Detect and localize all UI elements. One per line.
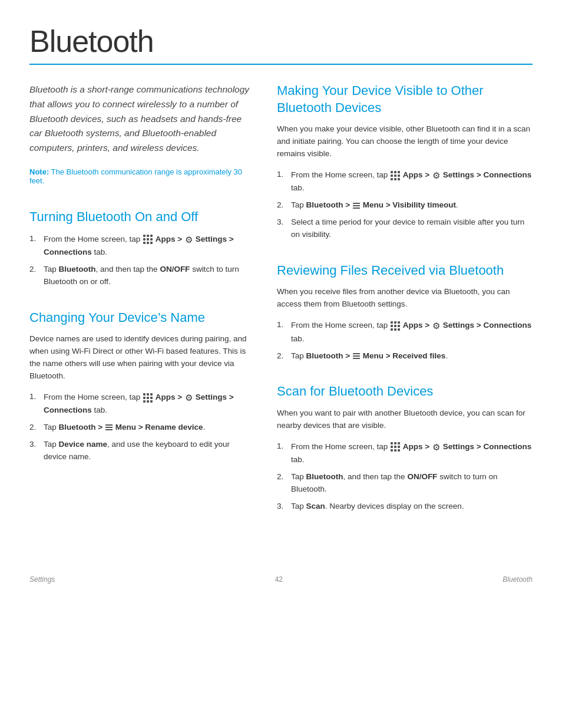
turning-step-2: 2. Tap Bluetooth, and then tap the ON/OF…: [29, 263, 253, 288]
menu-icon: [105, 424, 113, 430]
step-num: 2.: [277, 350, 283, 363]
step-content: Tap Scan. Nearby devices display on the …: [289, 500, 533, 513]
step-content: Tap Bluetooth > Menu > Visibility timeou…: [289, 199, 533, 212]
step-content: Tap Bluetooth > Menu > Rename device.: [41, 421, 253, 434]
footer-left: Settings: [29, 575, 55, 584]
section-reviewing-title: Reviewing Files Received via Bluetooth: [277, 262, 533, 279]
section-changing-title: Changing Your Device’s Name: [29, 309, 253, 327]
scan-step-3: 3. Tap Scan. Nearby devices display on t…: [277, 500, 533, 513]
visible-step-1: 1. From the Home screen, tap Apps > ⚙ Se…: [277, 169, 533, 195]
settings-icon: ⚙: [432, 169, 440, 182]
apps-icon: [143, 235, 153, 244]
step-content: From the Home screen, tap Apps > ⚙ Setti…: [289, 319, 533, 345]
bold-device-name: Device name: [59, 440, 108, 449]
settings-icon: ⚙: [185, 233, 193, 246]
turning-steps-list: 1. From the Home screen, tap Apps > ⚙ Se…: [29, 233, 253, 288]
changing-body: Device names are used to identify device…: [29, 333, 253, 383]
apps-icon: [391, 171, 400, 180]
visible-step-2: 2. Tap Bluetooth > Menu > Visibility tim…: [277, 199, 533, 212]
changing-step-2: 2. Tap Bluetooth > Menu > Rename device.: [29, 421, 253, 434]
step-num: 2.: [277, 199, 283, 212]
intro-text: Bluetooth is a short-range communication…: [29, 83, 253, 156]
settings-icon: ⚙: [432, 440, 440, 454]
bold-settings: Settings > Connections: [44, 235, 234, 256]
bold-received: Menu > Received files: [363, 351, 446, 360]
section-reviewing-files: Reviewing Files Received via Bluetooth W…: [277, 262, 533, 363]
page-footer: Settings 42 Bluetooth: [29, 569, 533, 584]
title-divider: [29, 64, 533, 65]
note-paragraph: Note: The Bluetooth communication range …: [29, 167, 253, 185]
reviewing-body: When you receive files from another devi…: [277, 286, 533, 311]
step-num: 1.: [277, 440, 283, 453]
bold-apps: Apps >: [403, 442, 429, 451]
bold-apps: Apps >: [156, 235, 182, 243]
apps-icon: [391, 442, 400, 452]
bold-scan: Scan: [306, 502, 325, 510]
step-content: From the Home screen, tap Apps > ⚙ Setti…: [289, 440, 533, 466]
bold-visibility: Menu > Visibility timeout: [363, 200, 456, 209]
bold-apps: Apps >: [403, 170, 429, 179]
bold-apps: Apps >: [156, 393, 182, 401]
scan-steps-list: 1. From the Home screen, tap Apps > ⚙ Se…: [277, 440, 533, 513]
visible-step-3: 3. Select a time period for your device …: [277, 216, 533, 241]
bold-bluetooth: Bluetooth: [306, 472, 343, 481]
turning-step-1: 1. From the Home screen, tap Apps > ⚙ Se…: [29, 233, 253, 259]
step-content: From the Home screen, tap Apps > ⚙ Setti…: [289, 169, 533, 195]
section-changing-name: Changing Your Device’s Name Device names…: [29, 309, 253, 463]
footer-center: 42: [275, 575, 283, 584]
reviewing-steps-list: 1. From the Home screen, tap Apps > ⚙ Se…: [277, 319, 533, 362]
bold-onoff: ON/OFF: [160, 265, 190, 274]
menu-icon: [353, 203, 360, 209]
bold-onoff: ON/OFF: [407, 472, 437, 481]
step-content: From the Home screen, tap Apps > ⚙ Setti…: [41, 391, 253, 417]
step-content: From the Home screen, tap Apps > ⚙ Setti…: [41, 233, 253, 259]
visible-body: When you make your device visible, other…: [277, 123, 533, 160]
section-scan: Scan for Bluetooth Devices When you want…: [277, 383, 533, 512]
step-content: Tap Bluetooth > Menu > Received files.: [289, 350, 533, 363]
section-turning-on-off: Turning Bluetooth On and Off 1. From the…: [29, 209, 253, 288]
bold-rename: Menu > Rename device: [115, 423, 203, 431]
scan-step-2: 2. Tap Bluetooth, and then tap the ON/OF…: [277, 471, 533, 496]
step-content: Tap Bluetooth, and then tap the ON/OFF s…: [289, 471, 533, 496]
step-num: 2.: [29, 421, 36, 434]
bold-bluetooth: Bluetooth >: [306, 351, 351, 360]
step-content: Select a time period for your device to …: [289, 216, 533, 241]
changing-step-1: 1. From the Home screen, tap Apps > ⚙ Se…: [29, 391, 253, 417]
note-label: Note:: [29, 167, 49, 176]
bold-settings: Settings > Connections: [443, 170, 531, 179]
page-title: Bluetooth: [29, 24, 533, 59]
step-num: 1.: [29, 391, 36, 403]
section-turning-title: Turning Bluetooth On and Off: [29, 209, 253, 226]
section-visible-title: Making Your Device Visible to Other Blue…: [277, 83, 533, 116]
apps-icon: [391, 321, 400, 331]
step-num: 1.: [277, 319, 283, 331]
bold-settings: Settings > Connections: [443, 321, 531, 330]
bold-apps: Apps >: [403, 321, 429, 330]
settings-icon: ⚙: [432, 319, 440, 332]
step-num: 2.: [277, 471, 283, 483]
step-content: Tap Bluetooth, and then tap the ON/OFF s…: [41, 263, 253, 288]
menu-icon: [353, 353, 360, 359]
bold-settings: Settings > Connections: [443, 442, 531, 451]
step-num: 3.: [29, 439, 36, 451]
step-num: 1.: [29, 233, 36, 245]
bold-bluetooth: Bluetooth: [59, 265, 96, 274]
reviewing-step-1: 1. From the Home screen, tap Apps > ⚙ Se…: [277, 319, 533, 345]
main-content: Bluetooth is a short-range communication…: [29, 83, 533, 534]
step-num: 3.: [277, 216, 283, 229]
right-column: Making Your Device Visible to Other Blue…: [277, 83, 533, 534]
left-column: Bluetooth is a short-range communication…: [29, 83, 253, 534]
bold-bluetooth: Bluetooth >: [59, 423, 103, 431]
apps-icon: [143, 393, 153, 403]
settings-icon: ⚙: [185, 391, 193, 404]
step-num: 1.: [277, 169, 283, 181]
step-num: 3.: [277, 500, 283, 513]
scan-body: When you want to pair with another Bluet…: [277, 407, 533, 432]
step-content: Tap Device name, and use the keyboard to…: [41, 439, 253, 463]
note-content: The Bluetooth communication range is app…: [29, 167, 242, 185]
step-num: 2.: [29, 263, 36, 276]
section-scan-title: Scan for Bluetooth Devices: [277, 383, 533, 400]
visible-steps-list: 1. From the Home screen, tap Apps > ⚙ Se…: [277, 169, 533, 241]
changing-step-3: 3. Tap Device name, and use the keyboard…: [29, 439, 253, 463]
changing-steps-list: 1. From the Home screen, tap Apps > ⚙ Se…: [29, 391, 253, 463]
